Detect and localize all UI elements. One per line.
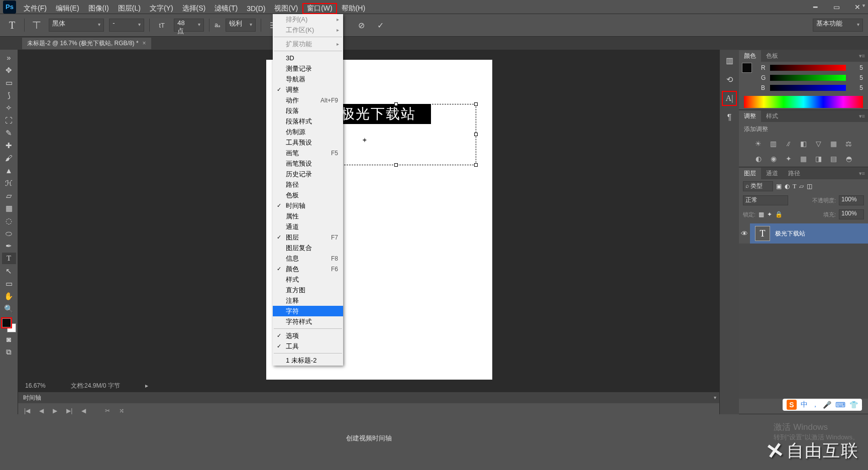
dodge-tool-icon[interactable]: ⬭ bbox=[2, 227, 16, 239]
menu-layer-comps[interactable]: 图层复合 bbox=[273, 243, 343, 253]
history-brush-tool-icon[interactable]: ℋ bbox=[2, 177, 16, 189]
lock-pixels-icon[interactable]: ▦ bbox=[758, 211, 764, 218]
handle-ne[interactable] bbox=[474, 102, 478, 106]
menu-paragraph-styles[interactable]: 段落样式 bbox=[273, 116, 343, 127]
magic-wand-tool-icon[interactable]: ✧ bbox=[2, 102, 16, 113]
menu-layers[interactable]: 图层F7 bbox=[273, 232, 343, 243]
healing-brush-tool-icon[interactable]: ✚ bbox=[2, 140, 16, 151]
foreground-swatch[interactable] bbox=[2, 318, 11, 327]
handle-e[interactable] bbox=[474, 133, 478, 136]
history-panel-icon[interactable]: ⟲ bbox=[723, 73, 736, 86]
quickmask-icon[interactable]: ◙ bbox=[2, 333, 16, 345]
crop-tool-icon[interactable]: ⛶ bbox=[2, 114, 16, 126]
paragraph-panel-icon[interactable]: ¶ bbox=[723, 111, 736, 124]
commit-icon[interactable]: ✓ bbox=[374, 18, 388, 32]
font-style-select[interactable]: - bbox=[109, 19, 144, 32]
menu-histogram[interactable]: 直方图 bbox=[273, 285, 343, 295]
layers-list[interactable]: 👁 T 极光下载站 bbox=[739, 223, 868, 399]
ime-lang[interactable]: 中 bbox=[801, 400, 808, 409]
panel-menu-icon[interactable]: ▾≡ bbox=[856, 170, 868, 177]
filter-smart-icon[interactable]: ◫ bbox=[807, 183, 812, 190]
exposure-icon[interactable]: ◧ bbox=[799, 139, 809, 149]
menu-properties[interactable]: 属性 bbox=[273, 211, 343, 221]
g-slider[interactable] bbox=[770, 75, 846, 81]
spectrum-ramp[interactable] bbox=[744, 96, 863, 108]
channel-mixer-icon[interactable]: ✦ bbox=[784, 154, 794, 164]
lock-position-icon[interactable]: ✦ bbox=[767, 211, 772, 218]
menu-swatches[interactable]: 色板 bbox=[273, 190, 343, 200]
tab-color[interactable]: 颜色 bbox=[739, 50, 761, 62]
font-size-select[interactable]: 48 点 bbox=[174, 19, 204, 32]
menu-timeline[interactable]: 时间轴 bbox=[273, 200, 343, 211]
timeline-tab[interactable]: 时间轴 bbox=[18, 392, 719, 403]
menu-3d[interactable]: 3D(D) bbox=[242, 4, 270, 14]
workspace-switcher[interactable]: 基本功能 bbox=[813, 19, 863, 32]
tab-channels[interactable]: 通道 bbox=[761, 168, 783, 179]
curves-icon[interactable]: ⫽ bbox=[784, 139, 794, 149]
menu-color[interactable]: 颜色F6 bbox=[273, 264, 343, 274]
panel-menu-icon[interactable]: ▾≡ bbox=[856, 113, 868, 120]
filter-image-icon[interactable]: ▣ bbox=[776, 183, 782, 190]
menu-extensions[interactable]: 扩展功能 bbox=[273, 39, 343, 49]
screenmode-icon[interactable]: ⧉ bbox=[2, 346, 16, 358]
ime-punct[interactable]: ， bbox=[812, 400, 819, 409]
handle-n[interactable] bbox=[394, 102, 398, 106]
document-tab[interactable]: 未标题-2 @ 16.7% (极光下载站, RGB/8) * × bbox=[22, 38, 151, 49]
menu-options[interactable]: 选项 bbox=[273, 330, 343, 341]
lasso-tool-icon[interactable]: ⟆ bbox=[2, 89, 16, 101]
menu-edit[interactable]: 编辑(E) bbox=[51, 3, 84, 14]
menu-brush[interactable]: 画笔F5 bbox=[273, 148, 343, 158]
menu-character-styles[interactable]: 字符样式 bbox=[273, 316, 343, 327]
path-select-tool-icon[interactable]: ↖ bbox=[2, 265, 16, 277]
tab-paths[interactable]: 路径 bbox=[783, 168, 805, 179]
panel-fg-swatch[interactable] bbox=[742, 63, 752, 73]
menu-tools[interactable]: 工具 bbox=[273, 341, 343, 351]
clone-stamp-tool-icon[interactable]: ▲ bbox=[2, 165, 16, 176]
hue-icon[interactable]: ▦ bbox=[829, 139, 839, 149]
panel-menu-icon[interactable]: ▾≡ bbox=[856, 53, 868, 59]
color-swatch[interactable] bbox=[2, 318, 16, 332]
balance-icon[interactable]: ⚖ bbox=[844, 139, 854, 149]
timeline-last-icon[interactable]: ◀ bbox=[81, 407, 86, 414]
gradient-tool-icon[interactable]: ▦ bbox=[2, 202, 16, 214]
tab-layers[interactable]: 图层 bbox=[739, 168, 761, 179]
fill-input[interactable]: 100% bbox=[839, 209, 864, 219]
vibrance-icon[interactable]: ▽ bbox=[814, 139, 824, 149]
b-value[interactable]: 5 bbox=[849, 84, 863, 91]
b-slider[interactable] bbox=[770, 85, 846, 91]
tab-styles[interactable]: 样式 bbox=[761, 110, 783, 122]
menu-character[interactable]: 字符 bbox=[273, 306, 343, 316]
eraser-tool-icon[interactable]: ▱ bbox=[2, 190, 16, 201]
menu-workspace[interactable]: 工作区(K) bbox=[273, 25, 343, 35]
menu-arrange[interactable]: 排列(A) bbox=[273, 14, 343, 25]
expand-icon[interactable]: » bbox=[2, 52, 16, 63]
type-tool-icon[interactable]: T bbox=[2, 253, 16, 264]
menu-adjustments[interactable]: 调整 bbox=[273, 84, 343, 95]
filter-adjust-icon[interactable]: ◐ bbox=[785, 183, 790, 190]
window-maximize[interactable]: ▭ bbox=[826, 2, 847, 13]
marquee-tool-icon[interactable]: ▭ bbox=[2, 77, 16, 88]
levels-icon[interactable]: ▥ bbox=[769, 139, 779, 149]
canvas-area[interactable]: 极光下载站 ✦ bbox=[18, 50, 719, 414]
layer-thumbnail[interactable]: T bbox=[755, 226, 770, 241]
menu-history[interactable]: 历史记录 bbox=[273, 169, 343, 179]
menu-tool-presets[interactable]: 工具预设 bbox=[273, 137, 343, 148]
g-value[interactable]: 5 bbox=[849, 74, 863, 81]
menu-window[interactable]: 窗口(W) bbox=[302, 3, 337, 14]
doc-info[interactable]: 文档:24.9M/0 字节 bbox=[71, 382, 120, 390]
menu-info[interactable]: 信息F8 bbox=[273, 253, 343, 264]
move-tool-icon[interactable]: ✥ bbox=[2, 64, 16, 76]
menu-navigator[interactable]: 导航器 bbox=[273, 74, 343, 84]
zoom-tool-icon[interactable]: 🔍 bbox=[2, 303, 16, 314]
pen-tool-icon[interactable]: ✒ bbox=[2, 240, 16, 252]
menu-notes[interactable]: 注释 bbox=[273, 295, 343, 306]
blend-mode-select[interactable]: 正常 bbox=[743, 195, 788, 205]
bw-icon[interactable]: ◐ bbox=[753, 154, 764, 164]
handle-se[interactable] bbox=[474, 163, 478, 167]
menu-brush-presets[interactable]: 画笔预设 bbox=[273, 158, 343, 169]
menu-filter[interactable]: 滤镜(T) bbox=[210, 3, 242, 14]
lut-icon[interactable]: ▦ bbox=[799, 154, 809, 164]
ime-skin-icon[interactable]: 👕 bbox=[849, 401, 858, 409]
posterize-icon[interactable]: ▤ bbox=[829, 154, 839, 164]
ime-keyboard-icon[interactable]: ⌨ bbox=[835, 401, 845, 409]
